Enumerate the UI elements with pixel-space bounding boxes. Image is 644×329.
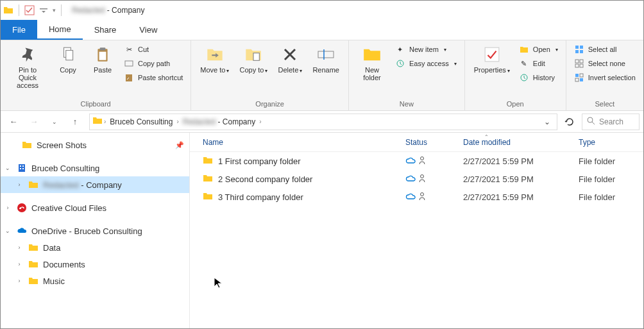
pin-label: Pin to Quick access [10, 66, 46, 89]
chevron-right-icon[interactable]: › [15, 244, 24, 251]
chevron-right-icon[interactable]: › [3, 205, 12, 211]
tree-item-label: OneDrive - Bruceb Consulting [31, 226, 142, 236]
ribbon-group-select: Select all Select none Invert selection … [566, 40, 643, 110]
open-group-label: Open [470, 99, 561, 109]
cloud-icon [405, 174, 416, 185]
separator [61, 4, 62, 16]
file-row[interactable]: 3 Third company folder2/27/2021 5:59 PMF… [190, 188, 643, 206]
copy-button[interactable]: Copy [52, 43, 84, 76]
edit-button[interactable]: ✎Edit [516, 57, 561, 70]
tab-share[interactable]: Share [83, 20, 128, 40]
svg-rect-29 [19, 164, 25, 172]
tree-item-company[interactable]: › Redacted - Company [1, 176, 189, 193]
copy-label: Copy [60, 66, 76, 74]
paste-shortcut-icon [124, 72, 134, 83]
delete-label: Delete▾ [278, 66, 302, 74]
delete-button[interactable]: Delete▾ [274, 43, 306, 76]
search-input[interactable]: Search [582, 114, 640, 130]
tree-item-label: Screen Shots [37, 140, 87, 150]
tab-view[interactable]: View [128, 20, 169, 40]
qat-chevron[interactable]: ▾ [53, 7, 56, 13]
invert-selection-button[interactable]: Invert selection [572, 71, 638, 84]
nav-back-button[interactable]: ← [4, 113, 22, 131]
properties-check-icon[interactable] [24, 5, 35, 15]
pin-quick-access-button[interactable]: Pin to Quick access [6, 43, 49, 92]
tree-item-screen-shots[interactable]: Screen Shots 📌 [1, 137, 189, 153]
nav-forward-button[interactable]: → [25, 113, 43, 131]
chevron-right-icon[interactable]: › [15, 278, 24, 284]
svg-rect-6 [99, 52, 106, 60]
move-to-icon [206, 46, 224, 63]
tree-item-label: Documents [43, 260, 85, 269]
select-none-button[interactable]: Select none [572, 57, 638, 70]
copy-to-label: Copy to▾ [239, 66, 267, 74]
chevron-down-icon[interactable]: ⌄ [3, 165, 12, 171]
file-name: 1 First company folder [218, 156, 301, 166]
file-menu[interactable]: File [1, 20, 37, 40]
column-name[interactable]: Name [198, 138, 400, 147]
chevron-right-icon[interactable]: › [15, 181, 24, 188]
svg-rect-30 [20, 165, 21, 167]
svg-rect-5 [100, 47, 106, 50]
paste-shortcut-button[interactable]: Paste shortcut [121, 71, 185, 84]
qat-dropdown-icon[interactable] [38, 5, 49, 15]
tree-item-bruceb[interactable]: ⌄ Bruceb Consulting [1, 160, 189, 176]
tab-home[interactable]: Home [37, 20, 83, 40]
paste-button[interactable]: Paste [87, 43, 119, 76]
pin-icon: 📌 [175, 141, 184, 149]
tree-item-creative-cloud[interactable]: › Creative Cloud Files [1, 199, 189, 216]
window-title: Redacted - Company [72, 6, 144, 15]
file-date: 2/27/2021 5:59 PM [458, 192, 573, 202]
chevron-right-icon[interactable]: › [15, 261, 24, 267]
easy-access-button[interactable]: Easy access▾ [393, 57, 459, 70]
folder-icon [92, 115, 103, 128]
svg-rect-16 [580, 46, 583, 49]
tree-item-documents[interactable]: › Documents [1, 256, 189, 273]
tree-item-onedrive[interactable]: ⌄ OneDrive - Bruceb Consulting [1, 223, 189, 239]
cut-button[interactable]: ✂Cut [121, 43, 185, 56]
file-status [400, 174, 458, 185]
copy-path-button[interactable]: Copy path [121, 57, 185, 70]
file-row[interactable]: 1 First company folder2/27/2021 5:59 PMF… [190, 152, 643, 170]
rename-button[interactable]: Rename [309, 43, 343, 76]
column-status[interactable]: Status [400, 138, 458, 147]
folder-icon [28, 275, 39, 287]
chevron-right-icon[interactable]: › [176, 118, 178, 125]
nav-up-button[interactable]: ↑ [66, 113, 84, 131]
refresh-button[interactable] [560, 117, 579, 127]
new-item-button[interactable]: ✦New item▾ [393, 43, 459, 56]
breadcrumb-item[interactable]: Redacted - Company [180, 117, 258, 126]
chevron-right-icon[interactable]: › [104, 118, 106, 125]
breadcrumb[interactable]: › Bruceb Consulting › Redacted - Company… [89, 114, 557, 130]
breadcrumb-item[interactable]: Bruceb Consulting [107, 117, 175, 126]
sidebar[interactable]: Screen Shots 📌 ⌄ Bruceb Consulting › Red… [1, 133, 190, 328]
file-date: 2/27/2021 5:59 PM [458, 156, 573, 166]
invert-icon [574, 72, 584, 83]
nav-recent-dropdown[interactable]: ⌄ [46, 113, 64, 131]
svg-point-37 [421, 192, 424, 196]
open-button[interactable]: Open▾ [516, 43, 561, 56]
select-all-button[interactable]: Select all [572, 43, 638, 56]
file-row[interactable]: 2 Second company folder2/27/2021 5:59 PM… [190, 170, 643, 188]
edit-icon: ✎ [519, 58, 529, 69]
tree-item-music[interactable]: › Music [1, 273, 189, 289]
file-status [400, 156, 458, 167]
chevron-down-icon[interactable]: ⌄ [3, 228, 12, 234]
svg-rect-10 [318, 51, 334, 58]
move-to-button[interactable]: Move to▾ [196, 43, 233, 76]
copy-to-icon [244, 46, 262, 63]
copy-to-button[interactable]: Copy to▾ [235, 43, 271, 76]
tree-item-data[interactable]: › Data [1, 239, 189, 256]
svg-rect-22 [580, 64, 583, 67]
ribbon: Pin to Quick access Copy Paste ✂Cut Copy… [1, 40, 643, 111]
history-button[interactable]: History [516, 71, 561, 84]
main-area: Screen Shots 📌 ⌄ Bruceb Consulting › Red… [1, 133, 643, 328]
chevron-right-icon[interactable]: › [259, 118, 261, 125]
column-date[interactable]: Date modified [458, 138, 573, 147]
properties-button[interactable]: Properties▾ [470, 43, 514, 76]
column-type[interactable]: Type [573, 138, 643, 147]
svg-rect-15 [575, 46, 579, 49]
new-folder-button[interactable]: New folder [354, 43, 390, 84]
address-dropdown[interactable]: ⌄ [540, 117, 554, 126]
rename-label: Rename [312, 66, 339, 74]
